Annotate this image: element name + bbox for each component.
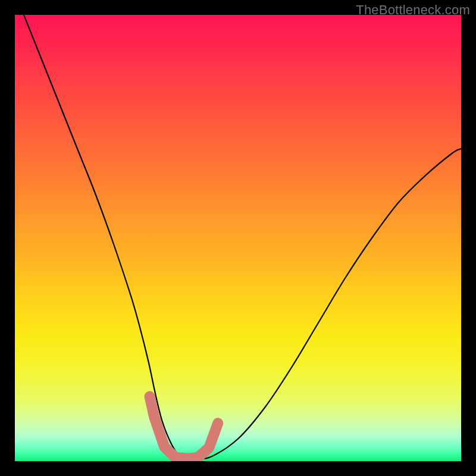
bottleneck-curve xyxy=(24,15,461,459)
optimal-range-marker xyxy=(150,396,218,458)
chart-svg xyxy=(15,15,461,461)
watermark-text: TheBottleneck.com xyxy=(356,2,470,18)
plot-area xyxy=(15,15,461,461)
chart-frame: TheBottleneck.com xyxy=(0,0,476,476)
